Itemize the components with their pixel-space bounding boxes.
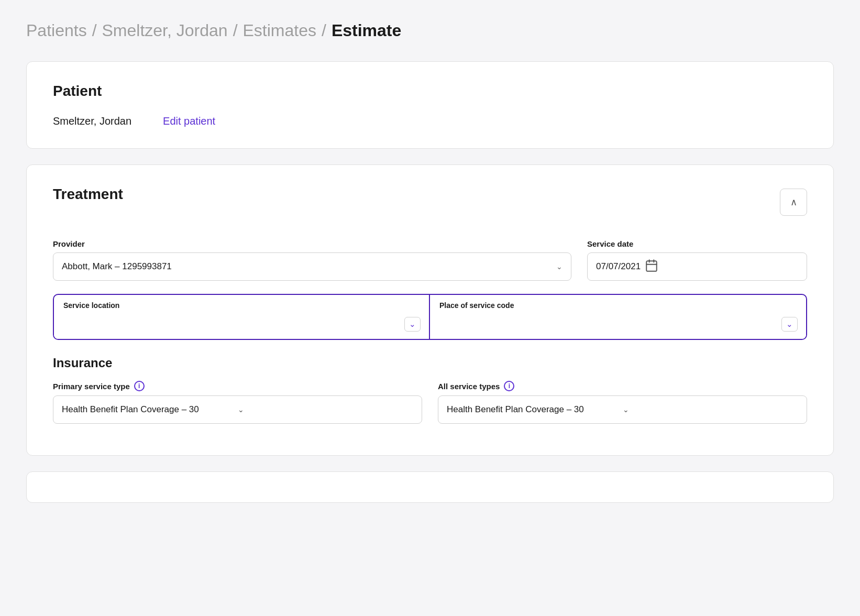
place-of-service-field: Place of service code ⌄ bbox=[430, 295, 806, 339]
provider-date-row: Provider Abbott, Mark – 1295993871 ⌄ Ser… bbox=[53, 239, 807, 281]
service-date-group: Service date 07/07/2021 bbox=[587, 239, 807, 281]
primary-service-type-dropdown[interactable]: Health Benefit Plan Coverage – 30 ⌄ bbox=[53, 395, 422, 424]
primary-service-type-value: Health Benefit Plan Coverage – 30 bbox=[62, 404, 238, 415]
place-of-service-label: Place of service code bbox=[430, 295, 806, 313]
provider-dropdown-icon: ⌄ bbox=[556, 262, 563, 271]
service-location-row: Service location ⌄ Place of service code… bbox=[53, 294, 807, 340]
all-service-types-label: All service types bbox=[438, 382, 500, 391]
patient-name: Smeltzer, Jordan bbox=[53, 115, 131, 127]
service-location-input[interactable] bbox=[63, 319, 404, 329]
all-service-types-label-row: All service types i bbox=[438, 381, 807, 391]
place-of-service-control[interactable]: ⌄ bbox=[430, 313, 806, 339]
collapse-button[interactable]: ∧ bbox=[780, 189, 807, 216]
provider-dropdown[interactable]: Abbott, Mark – 1295993871 ⌄ bbox=[53, 252, 571, 281]
treatment-card: Treatment ∧ Provider Abbott, Mark – 1295… bbox=[26, 164, 834, 456]
patient-card-title: Patient bbox=[53, 83, 807, 100]
primary-service-type-dropdown-icon: ⌄ bbox=[238, 405, 414, 414]
place-of-service-dropdown-icon[interactable]: ⌄ bbox=[781, 317, 798, 332]
provider-label: Provider bbox=[53, 239, 571, 248]
svg-rect-0 bbox=[646, 261, 657, 271]
service-date-value: 07/07/2021 bbox=[596, 261, 641, 272]
primary-service-type-group: Primary service type i Health Benefit Pl… bbox=[53, 381, 422, 424]
breadcrumb-sep-1: / bbox=[92, 21, 97, 40]
provider-value: Abbott, Mark – 1295993871 bbox=[62, 261, 172, 272]
all-service-types-group: All service types i Health Benefit Plan … bbox=[438, 381, 807, 424]
all-service-types-dropdown-icon: ⌄ bbox=[623, 405, 799, 414]
service-date-field[interactable]: 07/07/2021 bbox=[587, 252, 807, 281]
all-service-types-info-icon[interactable]: i bbox=[504, 381, 514, 391]
insurance-row: Primary service type i Health Benefit Pl… bbox=[53, 381, 807, 424]
service-location-dropdown-icon[interactable]: ⌄ bbox=[404, 317, 421, 332]
patient-row: Smeltzer, Jordan Edit patient bbox=[53, 115, 807, 127]
breadcrumb-patients[interactable]: Patients bbox=[26, 21, 87, 40]
insurance-title: Insurance bbox=[53, 356, 807, 370]
breadcrumb-estimate: Estimate bbox=[332, 21, 401, 40]
all-service-types-value: Health Benefit Plan Coverage – 30 bbox=[447, 404, 623, 415]
edit-patient-link[interactable]: Edit patient bbox=[163, 115, 215, 127]
breadcrumb-sep-2: / bbox=[233, 21, 238, 40]
breadcrumb: Patients / Smeltzer, Jordan / Estimates … bbox=[26, 21, 834, 40]
calendar-icon[interactable] bbox=[645, 259, 658, 275]
all-service-types-dropdown[interactable]: Health Benefit Plan Coverage – 30 ⌄ bbox=[438, 395, 807, 424]
primary-service-type-info-icon[interactable]: i bbox=[134, 381, 145, 391]
place-of-service-input[interactable] bbox=[439, 319, 781, 329]
treatment-title: Treatment bbox=[53, 186, 123, 203]
primary-service-type-label-row: Primary service type i bbox=[53, 381, 422, 391]
primary-service-type-label: Primary service type bbox=[53, 382, 130, 391]
service-location-control[interactable]: ⌄ bbox=[54, 313, 429, 339]
chevron-up-icon: ∧ bbox=[790, 196, 797, 208]
service-date-label: Service date bbox=[587, 239, 807, 248]
breadcrumb-estimates[interactable]: Estimates bbox=[243, 21, 316, 40]
breadcrumb-patient-name[interactable]: Smeltzer, Jordan bbox=[102, 21, 228, 40]
bottom-card bbox=[26, 471, 834, 503]
service-location-field: Service location ⌄ bbox=[54, 295, 430, 339]
provider-group: Provider Abbott, Mark – 1295993871 ⌄ bbox=[53, 239, 571, 281]
service-location-label: Service location bbox=[54, 295, 429, 313]
treatment-header: Treatment ∧ bbox=[53, 186, 807, 218]
breadcrumb-sep-3: / bbox=[322, 21, 326, 40]
patient-card: Patient Smeltzer, Jordan Edit patient bbox=[26, 61, 834, 149]
